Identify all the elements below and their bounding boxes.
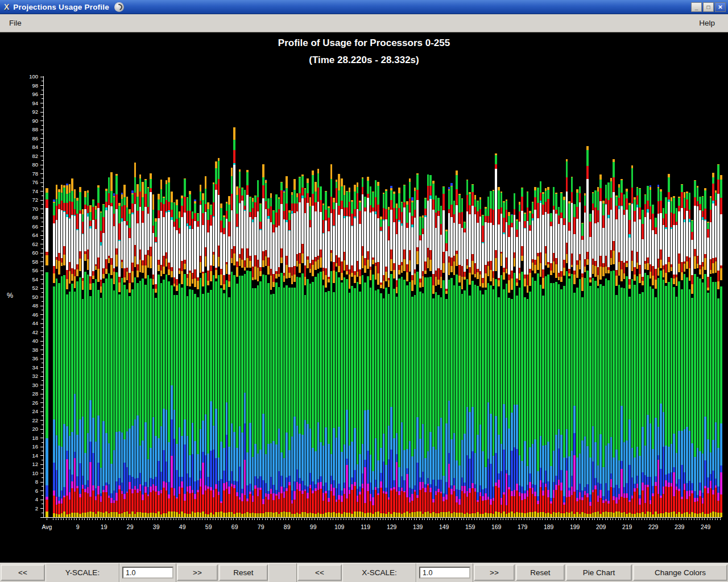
processor-usage-bar	[699, 197, 701, 518]
maximize-button[interactable]: □	[703, 2, 714, 12]
processor-usage-bar	[429, 175, 432, 517]
y-tick-label: 8	[19, 479, 38, 485]
processor-usage-bar	[671, 197, 673, 517]
processor-usage-bar	[220, 203, 222, 517]
processor-usage-bar	[406, 201, 408, 517]
processor-usage-bar	[422, 215, 424, 517]
y-tick-label: 16	[19, 444, 38, 450]
processor-usage-bar	[272, 210, 275, 517]
processor-usage-bar	[97, 185, 100, 517]
x-tick-label: 29	[127, 523, 134, 530]
processor-usage-bar	[354, 185, 356, 517]
y-tick-label: 56	[19, 268, 38, 273]
processor-usage-bar	[367, 177, 369, 517]
processor-usage-bar	[657, 185, 660, 517]
x-tick-label: 159	[465, 523, 475, 530]
processor-usage-bar	[69, 184, 71, 517]
processor-usage-bar	[668, 174, 670, 517]
menu-help[interactable]: Help	[693, 14, 721, 32]
y-tick-label: 44	[19, 321, 38, 326]
processor-usage-bar	[163, 197, 165, 517]
processor-usage-bar	[370, 186, 372, 517]
processor-usage-bar	[573, 204, 576, 517]
processor-usage-bar	[626, 189, 628, 517]
processor-usage-bar	[495, 153, 497, 517]
pie-chart-button[interactable]: Pie Chart	[566, 564, 632, 581]
processor-usage-bar	[372, 192, 374, 517]
y-scale-increase-button[interactable]: >>	[177, 564, 218, 581]
processor-usage-bar	[152, 194, 155, 517]
minimize-button[interactable]: _	[691, 2, 702, 12]
chart-area: Profile of Usage for Processors 0-255 (T…	[0, 32, 728, 563]
menu-file[interactable]: File	[3, 14, 28, 32]
processor-usage-bar	[362, 177, 364, 517]
processor-usage-bar	[181, 196, 183, 517]
y-tick-label: 64	[19, 232, 38, 238]
processor-usage-bar	[257, 180, 259, 517]
processor-usage-bar	[453, 201, 456, 517]
processor-usage-bar	[500, 192, 503, 517]
x-tick-label: 99	[310, 523, 317, 530]
processor-usage-bar	[599, 174, 602, 517]
change-colors-button[interactable]: Change Colors	[633, 564, 727, 581]
processor-usage-bar	[652, 205, 654, 517]
processor-usage-bar	[291, 192, 293, 517]
y-tick-label: 84	[19, 144, 38, 150]
y-tick-label: 58	[19, 259, 38, 265]
y-tick-label: 14	[19, 453, 38, 459]
x-scale-label: X-SCALE:	[342, 563, 416, 582]
x-tick-label: Avg	[42, 523, 52, 530]
processor-usage-bar	[359, 201, 361, 517]
processor-usage-bar	[628, 203, 631, 517]
plot-area: % 24681012141618202224262830323436384042…	[43, 77, 721, 517]
processor-usage-bar	[581, 223, 584, 517]
average-usage-bar	[46, 188, 48, 517]
processor-usage-bar	[586, 146, 589, 517]
x-tick-label: 179	[518, 523, 528, 530]
y-tick-label: 38	[19, 347, 38, 353]
title-bar[interactable]: X Projections Usage Profile _ □ ✕	[0, 0, 728, 14]
processor-usage-bar	[215, 161, 217, 517]
x-tick-label: 69	[231, 523, 238, 530]
y-tick-label: 34	[19, 365, 38, 371]
processor-usage-bar	[179, 211, 181, 517]
y-tick-label: 78	[19, 171, 38, 177]
x-tick-label: 49	[179, 523, 186, 530]
x-tick-label: 109	[334, 523, 345, 530]
y-scale-decrease-button[interactable]: <<	[1, 564, 45, 581]
processor-usage-bar	[288, 210, 291, 517]
x-tick-label: 199	[570, 523, 580, 530]
x-tick-label: 119	[361, 523, 370, 530]
processor-usage-bar	[558, 207, 560, 517]
processor-usage-bar	[532, 202, 534, 517]
processor-usage-bar	[610, 178, 613, 517]
y-scale-input[interactable]	[122, 567, 173, 579]
y-axis-title: %	[7, 292, 13, 300]
processor-usage-bar	[200, 185, 202, 517]
processor-usage-bar	[553, 187, 555, 517]
y-axis: 2468101214161820222426283032343638404244…	[17, 77, 43, 517]
processor-usage-bar	[108, 177, 110, 517]
processor-usage-bar	[194, 199, 196, 517]
y-tick-label: 28	[19, 391, 38, 397]
y-scale-reset-button[interactable]: Reset	[219, 564, 268, 581]
processor-usage-bar	[584, 193, 586, 517]
x-scale-decrease-button[interactable]: <<	[297, 564, 342, 581]
y-tick-label: 32	[19, 373, 38, 379]
x-scale-input[interactable]	[419, 567, 470, 579]
processor-usage-bar	[566, 159, 568, 517]
processor-usage-bar	[202, 193, 204, 517]
processor-usage-bar	[147, 187, 150, 517]
processor-usage-bar	[547, 187, 549, 517]
x-scale-reset-button[interactable]: Reset	[516, 564, 565, 581]
close-button[interactable]: ✕	[715, 2, 726, 12]
processor-usage-bar	[283, 190, 286, 518]
x-scale-increase-button[interactable]: >>	[474, 564, 515, 581]
x-tick-label: 239	[675, 523, 685, 530]
processor-usage-bar	[448, 187, 450, 517]
processor-usage-bar	[330, 164, 333, 517]
processor-usage-bar	[605, 185, 607, 517]
processor-usage-bar	[131, 190, 134, 517]
processor-usage-bar	[514, 193, 516, 517]
processor-usage-bar	[427, 174, 429, 517]
